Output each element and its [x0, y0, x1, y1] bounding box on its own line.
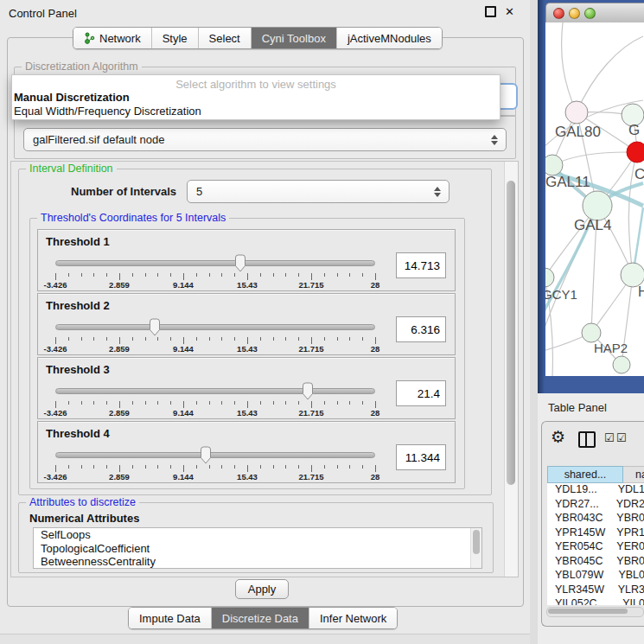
combo-stepper-icon[interactable]: [491, 135, 498, 145]
slider-thumb[interactable]: [199, 446, 213, 464]
minimize-traffic-light-icon[interactable]: [569, 8, 580, 19]
numerical-attributes-list[interactable]: SelfLoopsTopologicalCoefficientBetweenne…: [33, 527, 482, 569]
attribute-item-selfloops[interactable]: SelfLoops: [34, 528, 481, 542]
network-canvas[interactable]: GAL80GCGAL11GAL4GCY1HHAP2: [545, 22, 644, 376]
network-window: GAL80GCGAL11GAL4GCY1HHAP2: [538, 0, 644, 393]
tab-infer-network[interactable]: Infer Network: [309, 608, 397, 628]
dropdown-hint: Select algorithm to view settings: [12, 75, 500, 91]
network-node-node-red[interactable]: [627, 142, 644, 163]
top-tab-bar: NetworkStyleSelectCyni ToolboxjActiveMNo…: [73, 27, 443, 49]
network-node-gcy1[interactable]: [545, 268, 554, 287]
slider-thumb[interactable]: [233, 254, 247, 272]
tab-select[interactable]: Select: [199, 28, 252, 48]
table-horizontal-scrollbar[interactable]: [546, 607, 644, 617]
threshold-label: Threshold 2: [46, 299, 110, 312]
number-of-intervals-label: Number of Intervals: [71, 185, 176, 198]
threshold-slider-3[interactable]: -3.4262.8599.14415.4321.71528: [55, 382, 375, 415]
network-node-label: GAL4: [574, 217, 611, 233]
table-row[interactable]: YPR145WYPR1: [547, 526, 644, 541]
tab-discretize-data[interactable]: Discretize Data: [212, 608, 309, 628]
columns-icon[interactable]: [578, 431, 596, 448]
dropdown-option-manual-discretization[interactable]: Manual Discretization: [12, 91, 500, 105]
tab-network[interactable]: Network: [73, 28, 152, 48]
slider-track[interactable]: [55, 452, 375, 458]
attributes-group-title: Attributes to discretize: [26, 496, 139, 508]
table-row[interactable]: YDR27...YDR2: [547, 498, 644, 513]
table-row[interactable]: YER054CYER0: [547, 540, 644, 555]
bottom-tab-bar: Impute DataDiscretize DataInfer Network: [128, 607, 398, 629]
spinner-stepper-icon[interactable]: [434, 187, 441, 197]
apply-button[interactable]: Apply: [235, 579, 289, 599]
table-data-combobox[interactable]: galFiltered.sif default node: [23, 128, 507, 151]
panel-divider[interactable]: [530, 0, 538, 644]
attribute-item-betweennesscentrality[interactable]: BetweennessCentrality: [34, 555, 481, 569]
cell-shared-name: YBR043C: [547, 512, 611, 526]
network-node-gal80[interactable]: [565, 101, 588, 124]
table-row[interactable]: YIL052CYIL0: [547, 597, 644, 605]
attributes-group: Attributes to discretize Numerical Attri…: [18, 502, 494, 573]
slider-thumb[interactable]: [301, 382, 315, 400]
number-of-intervals-spinner[interactable]: 5: [187, 180, 450, 203]
cell-shared-name: YDR27...: [547, 498, 611, 513]
table-rows: YDL19...YDL1YDR27...YDR2YBR043CYBR0YPR14…: [547, 483, 644, 605]
table-row[interactable]: YBR045CYBR0: [547, 555, 644, 570]
close-icon[interactable]: ✕: [505, 6, 514, 17]
slider-track[interactable]: [55, 388, 375, 394]
threshold-value-field-3[interactable]: [396, 380, 446, 406]
close-traffic-light-icon[interactable]: [553, 8, 564, 19]
cell-name: YBL0: [613, 569, 644, 583]
slider-track[interactable]: [55, 260, 375, 266]
tab-jactivemnodules[interactable]: jActiveMNodules: [337, 28, 442, 48]
checkbox-icon[interactable]: ☑: [616, 433, 627, 443]
attribute-item-topologicalcoefficient[interactable]: TopologicalCoefficient: [34, 542, 481, 556]
network-node-hap2[interactable]: [582, 323, 601, 342]
interval-definition-title: Interval Definition: [26, 163, 117, 175]
table-row[interactable]: YBL079WYBL0: [547, 569, 644, 583]
network-node-gal11[interactable]: [545, 155, 563, 175]
network-node-label: GAL11: [545, 174, 590, 190]
network-node-node-bottom[interactable]: [613, 356, 630, 373]
attributes-list-scrollbar[interactable]: [470, 528, 481, 568]
slider-thumb[interactable]: [148, 318, 162, 336]
slider-track[interactable]: [55, 324, 375, 330]
checkbox-icon[interactable]: ☑: [604, 433, 615, 443]
number-of-intervals-value: 5: [196, 185, 202, 198]
threshold-value-field-1[interactable]: [396, 252, 446, 278]
column-header-shared[interactable]: shared...: [547, 466, 623, 483]
slider-tick-labels: -3.4262.8599.14415.4321.71528: [55, 280, 375, 289]
cell-name: YDL1: [613, 483, 644, 498]
threshold-value-field-4[interactable]: [396, 444, 446, 470]
threshold-label: Threshold 4: [46, 427, 110, 440]
tab-label: jActiveMNodules: [348, 32, 431, 45]
threshold-slider-4[interactable]: -3.4262.8599.14415.4321.71528: [55, 446, 375, 479]
settings-vertical-scrollbar[interactable]: [504, 162, 518, 577]
discretization-algorithm-group-title: Discretization Algorithm: [22, 61, 142, 73]
cell-name: YDR2: [611, 498, 644, 513]
cell-name: YER0: [611, 540, 644, 555]
cell-name: YBR0: [611, 555, 644, 570]
gear-icon[interactable]: ⚙: [551, 429, 565, 446]
dropdown-option-equal-width-frequency-discretization[interactable]: Equal Width/Frequency Discretization: [12, 105, 500, 118]
network-edge: [552, 152, 637, 165]
network-node-label: H: [638, 284, 644, 299]
column-header-na[interactable]: na: [623, 466, 644, 483]
network-node-gal4[interactable]: [583, 191, 612, 220]
network-node-label: HAP2: [594, 341, 628, 355]
screen: Control Panel ✕ NetworkStyleSelectCyni T…: [0, 0, 644, 644]
network-icon: [84, 32, 95, 44]
tab-cyni-toolbox[interactable]: Cyni Toolbox: [252, 28, 337, 48]
table-row[interactable]: YDL19...YDL1: [547, 483, 644, 498]
table-data-value: galFiltered.sif default node: [33, 133, 164, 146]
threshold-slider-1[interactable]: -3.4262.8599.14415.4321.71528: [55, 254, 375, 287]
table-row[interactable]: YBR043CYBR0: [547, 512, 644, 526]
network-node-node-h[interactable]: [621, 263, 644, 287]
float-window-icon[interactable]: [485, 6, 496, 17]
tab-style[interactable]: Style: [152, 28, 199, 48]
network-edge: [577, 36, 643, 112]
threshold-value-field-2[interactable]: [396, 316, 446, 342]
threshold-slider-2[interactable]: -3.4262.8599.14415.4321.71528: [55, 318, 375, 351]
network-window-titlebar[interactable]: [545, 3, 644, 23]
tab-impute-data[interactable]: Impute Data: [129, 608, 212, 628]
table-row[interactable]: YLR345WYLR3: [547, 583, 644, 598]
zoom-traffic-light-icon[interactable]: [584, 8, 596, 19]
